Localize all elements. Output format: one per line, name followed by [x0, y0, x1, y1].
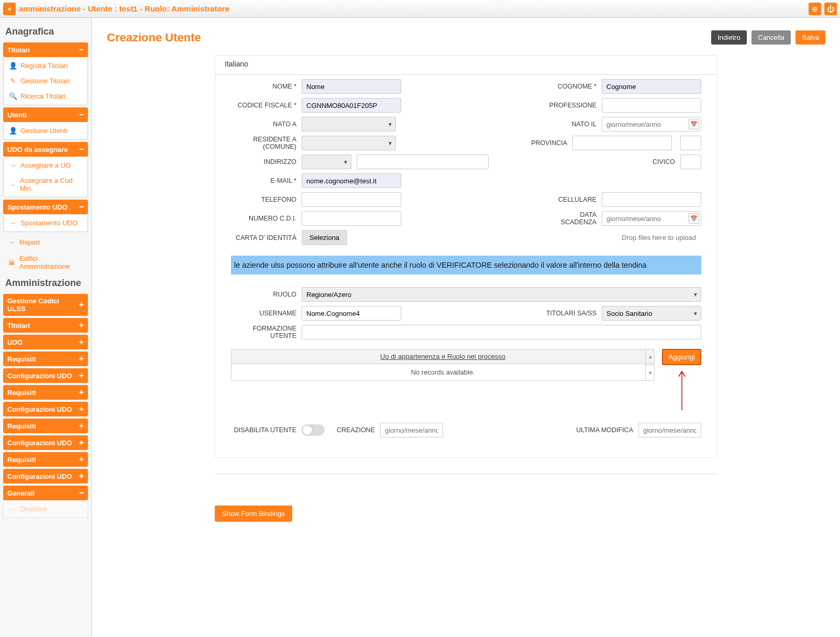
power-icon[interactable]: ⏻ [824, 3, 837, 15]
accordion-config-udo-4[interactable]: Configurazioni UDO+ [3, 469, 88, 484]
sidebar-link-report[interactable]: →Report [3, 234, 88, 250]
nato-il-input[interactable] [602, 117, 701, 131]
professione-input[interactable] [602, 98, 701, 113]
plus-icon: + [79, 438, 84, 447]
file-dropzone[interactable]: Drop files here to upload [355, 230, 701, 245]
accordion-config-udo-2[interactable]: Configurazioni UDO+ [3, 402, 88, 416]
provincia-input[interactable] [572, 136, 672, 150]
sidebar-item-ricerca-titolari[interactable]: 🔍Ricerca Titolari [4, 89, 87, 104]
save-button[interactable]: Salva [795, 30, 825, 45]
sidebar-item-gestione-utenti[interactable]: 👤Gestione Utenti [4, 123, 87, 138]
sidebar-item-assegnare-uo[interactable]: →Assegnare a UO [4, 158, 87, 173]
topbar: « amministrazione - Utente : test1 - Ruo… [0, 0, 840, 18]
plus-icon: + [79, 371, 84, 380]
label-indirizzo: INDIRIZZO [231, 158, 296, 166]
label-nato-a: NATO A [231, 120, 296, 128]
sidebar-item-direzioni[interactable]: →Direzioni [4, 501, 87, 517]
accordion-config-udo-3[interactable]: Configurazioni UDO+ [3, 435, 88, 450]
tab-italiano[interactable]: Italiano [225, 60, 248, 70]
accordion-generali[interactable]: Generali− [3, 486, 88, 500]
accordion-udo[interactable]: UDO+ [3, 335, 88, 349]
indirizzo-type-select[interactable] [302, 155, 351, 169]
sidebar-item-registra-titolari[interactable]: 👤Registra Titolari [4, 58, 87, 73]
subtable-empty: No records available. [231, 364, 654, 380]
label-cognome: COGNOME * [544, 83, 596, 90]
accordion-requisiti-1[interactable]: Requisiti+ [3, 352, 88, 366]
label-nato-il: NATO IL [544, 120, 596, 128]
aggiungi-button[interactable]: Aggiungi [662, 349, 701, 365]
accordion-utenti[interactable]: Utenti− [3, 107, 88, 122]
civico-input[interactable] [680, 155, 701, 169]
accordion-titolari[interactable]: Titolari− [3, 42, 88, 57]
edit-icon: ✎ [9, 77, 16, 85]
formazione-input[interactable] [302, 325, 701, 339]
chevron-up-icon[interactable]: ▲ [646, 349, 655, 365]
building-icon: 🏛 [8, 259, 15, 267]
sidebar-collapse-button[interactable]: « [3, 3, 16, 15]
label-civico: CIVICO [644, 158, 675, 166]
plus-icon: + [79, 301, 84, 309]
label-creazione: CREAZIONE [333, 426, 375, 434]
sidebar: Anagrafica Titolari− 👤Registra Titolari … [0, 18, 92, 637]
indirizzo-input[interactable] [357, 155, 489, 169]
sidebar-item-gestione-titolari[interactable]: ✎Gestione Titolari [4, 73, 87, 89]
plus-icon: + [79, 405, 84, 413]
label-cellulare: CELLULARE [544, 196, 596, 203]
calendar-icon[interactable]: 📅 [689, 119, 699, 129]
plus-icon: + [79, 388, 84, 397]
label-data-scadenza: DATA SCADENZA [544, 211, 596, 226]
accordion-titolari-admin[interactable]: Titolari+ [3, 318, 88, 333]
creazione-input[interactable] [380, 423, 443, 437]
label-titolari-sass: TITOLARI SA/SS [544, 310, 596, 317]
nome-input[interactable] [302, 79, 401, 94]
telefono-input[interactable] [302, 192, 401, 207]
sidebar-section-anagrafica: Anagrafica [5, 26, 86, 37]
provincia-code-input[interactable] [680, 136, 701, 150]
label-telefono: TELEFONO [231, 196, 296, 203]
accordion-requisiti-3[interactable]: Requisiti+ [3, 419, 88, 433]
sidebar-item-assegnare-codmin[interactable]: →Assegnare a Cod. Min. [4, 173, 87, 196]
email-input[interactable] [302, 173, 401, 188]
label-provincia: PROVINCIA [515, 139, 567, 147]
plus-icon: + [79, 321, 84, 330]
minus-icon: − [79, 111, 84, 119]
back-button[interactable]: Indietro [711, 30, 746, 45]
page-title: Creazione Utente [107, 31, 201, 45]
accordion-requisiti-2[interactable]: Requisiti+ [3, 385, 88, 400]
user-plus-icon: 👤 [9, 62, 16, 70]
breadcrumb: amministrazione - Utente : test1 - Ruolo… [19, 4, 805, 13]
subtable-header[interactable]: Uo di appartenenza e Ruolo nel processo [231, 349, 654, 364]
cellulare-input[interactable] [602, 192, 701, 207]
sidebar-link-edifici[interactable]: 🏛Edifici Amministrazione [3, 250, 88, 274]
calendar-icon[interactable]: 📅 [689, 213, 699, 224]
show-bindings-button[interactable]: Show Form Bindings [215, 506, 292, 522]
accordion-config-udo-1[interactable]: Configurazioni UDO+ [3, 368, 88, 383]
residente-select[interactable] [302, 136, 396, 150]
titolari-sass-select[interactable] [602, 306, 701, 321]
data-scadenza-input[interactable] [602, 211, 701, 226]
numero-cdi-input[interactable] [302, 211, 401, 226]
label-formazione: FORMAZIONE UTENTE [231, 325, 296, 339]
accordion-requisiti-4[interactable]: Requisiti+ [3, 452, 88, 467]
cognome-input[interactable] [602, 79, 701, 94]
sidebar-item-spostamento-udo[interactable]: →Spostamento UDO [4, 215, 87, 230]
accordion-udo-assegnare[interactable]: UDO da assegnare− [3, 142, 88, 157]
globe-icon[interactable]: ⊕ [809, 3, 821, 15]
chevron-down-icon[interactable]: ▼ [646, 365, 655, 381]
accordion-gestione-codici-ulss[interactable]: Gestione Codici ULSS+ [3, 294, 88, 316]
accordion-spostamento-udo[interactable]: Spostamento UDO− [3, 200, 88, 214]
cancel-button[interactable]: Cancella [751, 30, 791, 45]
cf-input[interactable] [302, 98, 401, 113]
minus-icon: − [79, 46, 84, 54]
disabilita-toggle[interactable] [302, 424, 325, 436]
file-select-button[interactable]: Seleziona [302, 230, 347, 245]
ultima-modifica-input[interactable] [638, 423, 701, 437]
label-nome: NOME * [231, 83, 296, 90]
info-note: le aziende ulss possono attribuire all'u… [231, 256, 701, 274]
username-input[interactable] [302, 306, 401, 321]
ruolo-select[interactable] [302, 287, 701, 302]
tabs: Italiano [215, 56, 717, 75]
subtable-scroll[interactable]: ▲▼ [645, 349, 655, 381]
nato-a-select[interactable] [302, 117, 396, 131]
label-residente: RESIDENTE A (COMUNE) [231, 136, 296, 150]
